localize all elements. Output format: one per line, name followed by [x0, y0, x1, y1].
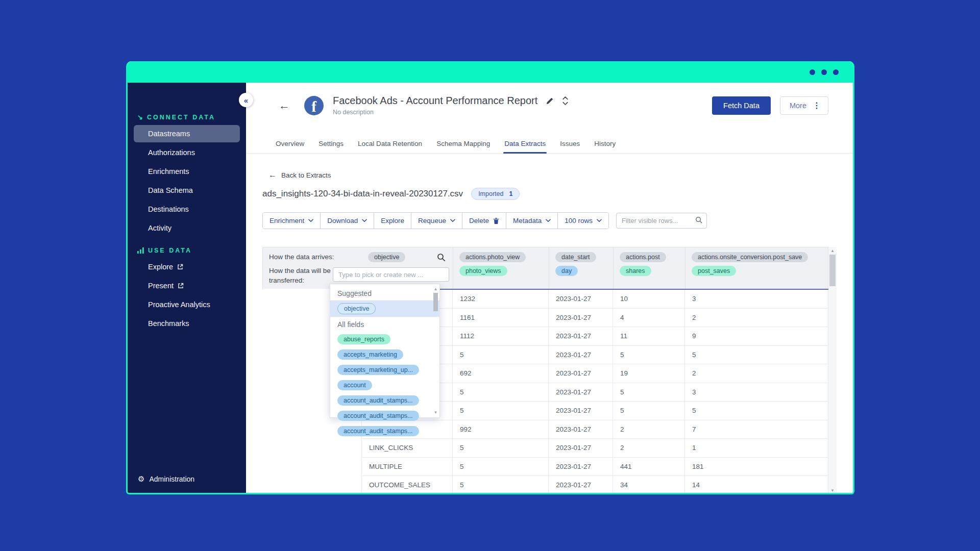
enrichment-button[interactable]: Enrichment: [263, 213, 321, 229]
table-cell: 1232: [453, 290, 549, 308]
main-content: ← f Facebook Ads - Account Performance R…: [246, 83, 853, 493]
table-cell: 2: [613, 420, 685, 439]
dropdown-scrollbar[interactable]: ▲ ▼: [432, 285, 439, 416]
suggested-option-objective[interactable]: objective: [330, 300, 439, 317]
scroll-up-icon[interactable]: ▲: [432, 286, 439, 292]
target-field-chip[interactable]: day: [555, 266, 578, 276]
target-field-chip[interactable]: photo_views: [459, 266, 507, 276]
sidebar-item-datastreams[interactable]: Datastreams: [134, 125, 240, 142]
sidebar-item-activity[interactable]: Activity: [134, 219, 240, 237]
all-fields-list: abuse_reports accepts_marketing accepts_…: [330, 332, 439, 439]
table-cell: 5: [453, 476, 549, 493]
filter-visible-rows-input[interactable]: [616, 213, 707, 229]
field-option-account-audit-stamps[interactable]: account_audit_stamps...: [330, 393, 439, 408]
table-row: LINK_CLICKS52023-01-2721: [361, 439, 828, 458]
tab-data-extracts[interactable]: Data Extracts: [503, 136, 547, 153]
field-picker-input[interactable]: [333, 267, 449, 282]
bar-chart-icon: [137, 247, 144, 254]
table-cell: 4: [613, 309, 685, 327]
100-rows-button[interactable]: 100 rows: [558, 213, 608, 229]
download-button[interactable]: Download: [321, 213, 374, 229]
kebab-menu-icon: ⋮: [813, 102, 821, 110]
target-field-chip[interactable]: shares: [620, 266, 651, 276]
sidebar-item-authorizations[interactable]: Authorizations: [134, 144, 240, 161]
table-cell: 2023-01-27: [549, 383, 613, 402]
table-cell: 2023-01-27: [549, 364, 613, 383]
tab-history[interactable]: History: [593, 136, 617, 153]
table-cell: 1112: [453, 327, 549, 345]
metadata-button[interactable]: Metadata: [506, 213, 558, 229]
table-cell: 5: [453, 439, 549, 457]
search-icon[interactable]: [437, 253, 446, 262]
scroll-down-icon[interactable]: ▼: [828, 487, 837, 493]
source-field-pill[interactable]: actions.photo_view: [459, 252, 526, 262]
scroll-up-icon[interactable]: ▲: [828, 247, 837, 254]
chevron-down-icon: [450, 219, 455, 222]
explore-button[interactable]: Explore: [374, 213, 411, 229]
sidebar-item-enrichments[interactable]: Enrichments: [134, 163, 240, 180]
chevron-down-icon: [546, 219, 551, 222]
back-arrow-icon[interactable]: ←: [279, 99, 290, 112]
table-cell: OUTCOME_SALES: [361, 476, 453, 493]
scrollbar-thumb[interactable]: [829, 255, 836, 286]
titlebar-dot[interactable]: [821, 69, 827, 75]
table-cell: 5: [453, 402, 549, 420]
table-cell: 2: [685, 364, 828, 383]
tab-schema-mapping[interactable]: Schema Mapping: [435, 136, 491, 153]
sort-chevrons-icon[interactable]: [562, 96, 569, 106]
tab-settings[interactable]: Settings: [317, 136, 345, 153]
table-cell: LINK_CLICKS: [361, 439, 453, 457]
arrives-label: How the data arrives:: [269, 252, 357, 262]
delete-button[interactable]: Delete: [462, 213, 506, 229]
sidebar-item-proactive-analytics[interactable]: Proactive Analytics: [134, 296, 240, 313]
page-title: Facebook Ads - Account Performance Repor…: [333, 95, 537, 107]
tab-overview[interactable]: Overview: [275, 136, 305, 153]
table-cell: 2023-01-27: [549, 476, 613, 493]
window-titlebar: [128, 61, 853, 83]
source-field-pill[interactable]: date_start: [555, 252, 596, 262]
table-cell: 2: [613, 439, 685, 457]
source-field-pill[interactable]: actions.post: [620, 252, 666, 262]
titlebar-dot[interactable]: [810, 69, 815, 75]
sidebar: « ↘ CONNECT DATA Datastreams Authorizati…: [128, 83, 246, 493]
sidebar-item-explore[interactable]: Explore: [134, 258, 240, 276]
column-header-actions-photo-view: actions.photo_view photo_views: [453, 247, 549, 289]
requeue-button[interactable]: Requeue: [411, 213, 462, 229]
field-option-account-audit-stamps[interactable]: account_audit_stamps...: [330, 423, 439, 439]
fetch-data-button[interactable]: Fetch Data: [712, 96, 771, 115]
table-cell: 5: [613, 346, 685, 364]
sidebar-item-administration[interactable]: ⚙ Administration: [138, 474, 194, 484]
field-option-accepts-marketing-up[interactable]: accepts_marketing_up...: [330, 362, 439, 378]
field-option-abuse-reports[interactable]: abuse_reports: [330, 332, 439, 347]
back-to-extracts-link[interactable]: ← Back to Extracts: [268, 170, 331, 180]
target-field-chip[interactable]: post_saves: [692, 266, 736, 276]
scroll-down-icon[interactable]: ▼: [432, 409, 439, 416]
table-cell: 1161: [453, 309, 549, 327]
sidebar-collapse-button[interactable]: «: [239, 93, 253, 107]
tab-local-data-retention[interactable]: Local Data Retention: [357, 136, 423, 153]
table-cell: 3: [685, 290, 828, 308]
scrollbar-thumb[interactable]: [433, 293, 438, 311]
table-row: OUTCOME_SALES52023-01-273414: [361, 476, 828, 493]
tab-issues[interactable]: Issues: [559, 136, 581, 153]
table-cell: 2023-01-27: [549, 327, 613, 345]
table-cell: 2023-01-27: [549, 309, 613, 327]
source-field-pill[interactable]: actions.onsite_conversion.post_save: [692, 252, 808, 262]
field-option-account[interactable]: account: [330, 378, 439, 393]
titlebar-dot[interactable]: [833, 69, 839, 75]
gear-icon: ⚙: [138, 474, 144, 484]
table-cell: 34: [613, 476, 685, 493]
table-vertical-scrollbar[interactable]: ▲ ▼: [828, 247, 837, 493]
pencil-icon[interactable]: [546, 97, 554, 105]
field-option-accepts-marketing[interactable]: accepts_marketing: [330, 347, 439, 362]
sidebar-item-present[interactable]: Present: [134, 277, 240, 294]
sidebar-item-destinations[interactable]: Destinations: [134, 201, 240, 218]
source-field-pill[interactable]: objective: [368, 252, 405, 262]
sidebar-item-benchmarks[interactable]: Benchmarks: [134, 315, 240, 332]
field-picker-dropdown: Suggested objective All fields abuse_rep…: [330, 284, 440, 418]
table-cell: 19: [613, 364, 685, 383]
field-option-account-audit-stamps[interactable]: account_audit_stamps...: [330, 408, 439, 423]
sidebar-item-data-schema[interactable]: Data Schema: [134, 182, 240, 199]
more-button[interactable]: More ⋮: [780, 96, 828, 115]
table-cell: 5: [453, 458, 549, 476]
